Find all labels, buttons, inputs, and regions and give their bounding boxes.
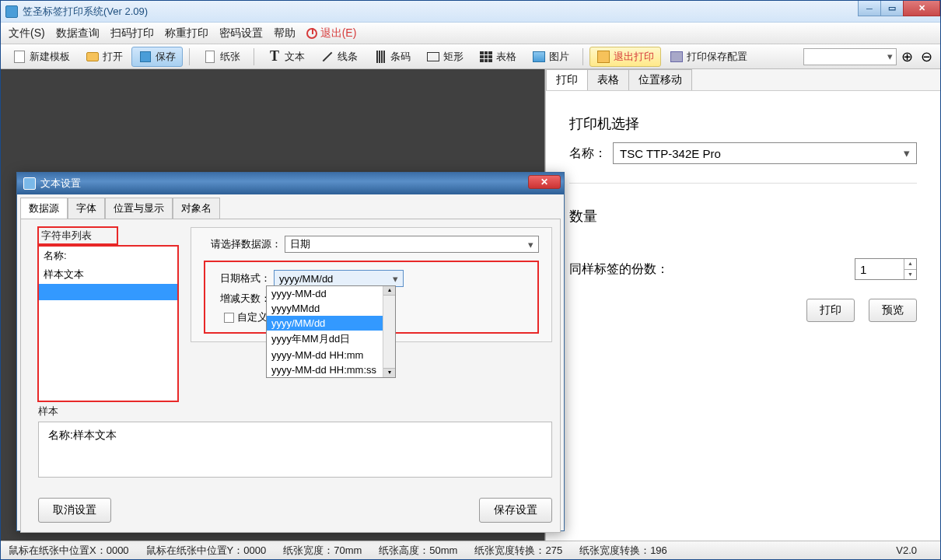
print-button[interactable]: 打印 bbox=[806, 299, 855, 322]
right-panel: 打印 表格 位置移动 打印机选择 名称： TSC TTP-342E Pro 数量… bbox=[545, 69, 940, 541]
new-template-button[interactable]: 新建模板 bbox=[5, 47, 77, 67]
qty-section-title: 数量 bbox=[569, 207, 917, 226]
menu-help[interactable]: 帮助 bbox=[274, 26, 296, 40]
image-icon bbox=[533, 51, 545, 62]
dialog-icon bbox=[23, 177, 36, 190]
tab-move[interactable]: 位置移动 bbox=[628, 69, 692, 90]
option[interactable]: yyyy-MM-dd HH:mm bbox=[267, 348, 395, 362]
menu-weigh[interactable]: 称重打印 bbox=[165, 26, 208, 40]
right-tabs: 打印 表格 位置移动 bbox=[546, 69, 940, 91]
toolbar: 新建模板 打开 保存 纸张 T文本 线条 条码 矩形 表格 图片 退出打印 打印… bbox=[1, 44, 940, 69]
copies-input[interactable]: 1 ▲▼ bbox=[855, 258, 917, 280]
dialog-titlebar: 文本设置 ✕ bbox=[17, 173, 564, 194]
status-mouse-y: 鼠标在纸张中位置Y：0000 bbox=[146, 544, 267, 558]
copies-label: 同样标签的份数： bbox=[569, 261, 669, 278]
save-config-button[interactable]: 打印保存配置 bbox=[663, 47, 754, 67]
dateformat-label: 日期格式： bbox=[213, 271, 271, 285]
text-settings-dialog: 文本设置 ✕ 数据源 字体 位置与显示 对象名 字符串列表 名称: 样本文本 bbox=[16, 172, 565, 531]
spinner[interactable]: ▲▼ bbox=[904, 259, 916, 279]
print-panel-body: 打印机选择 名称： TSC TTP-342E Pro 数量 同样标签的份数： 1… bbox=[546, 91, 940, 345]
status-convert-h: 纸张宽度转换：196 bbox=[579, 544, 667, 558]
custom-checkbox[interactable] bbox=[224, 313, 234, 323]
folder-icon bbox=[86, 52, 99, 61]
image-button[interactable]: 图片 bbox=[525, 47, 576, 67]
save-button[interactable]: 保存 bbox=[131, 47, 183, 67]
barcode-icon bbox=[376, 51, 385, 63]
dialog-close-button[interactable]: ✕ bbox=[528, 175, 561, 189]
highlight-box: 日期格式： yyyy/MM/dd 增减天数： 自定义日 bbox=[204, 261, 539, 334]
close-button[interactable]: ✕ bbox=[903, 1, 940, 16]
menu-exit[interactable]: 退出(E) bbox=[306, 26, 357, 40]
menu-file[interactable]: 文件(S) bbox=[9, 26, 45, 40]
printer-icon bbox=[670, 51, 683, 62]
scrollbar[interactable]: ▴▾ bbox=[383, 286, 395, 377]
window-title: 笠圣标签打印系统(Ver 2.09) bbox=[23, 5, 148, 19]
toolbar-dropdown[interactable] bbox=[803, 48, 897, 65]
menubar: 文件(S) 数据查询 扫码打印 称重打印 密码设置 帮助 退出(E) bbox=[1, 23, 940, 44]
sample-label: 样本 bbox=[38, 404, 552, 418]
preview-button[interactable]: 预览 bbox=[869, 299, 917, 322]
document-icon bbox=[14, 51, 25, 63]
paper-button[interactable]: 纸张 bbox=[196, 47, 247, 67]
power-icon bbox=[306, 28, 317, 39]
tab-datasource[interactable]: 数据源 bbox=[20, 198, 68, 219]
option[interactable]: yyyy-MM-dd bbox=[267, 286, 395, 301]
days-label: 增减天数： bbox=[213, 292, 271, 306]
exit-icon bbox=[597, 51, 610, 63]
printer-section-title: 打印机选择 bbox=[569, 114, 917, 133]
paper-icon bbox=[205, 51, 215, 63]
table-button[interactable]: 表格 bbox=[472, 47, 523, 67]
zoom-in-button[interactable]: ⊕ bbox=[901, 48, 913, 65]
dateformat-dropdown-list[interactable]: yyyy-MM-dd yyyyMMdd yyyy/MM/dd yyyy年MM月d… bbox=[266, 285, 396, 378]
cancel-button[interactable]: 取消设置 bbox=[38, 498, 111, 523]
tab-font[interactable]: 字体 bbox=[68, 198, 105, 219]
list-item-selected[interactable] bbox=[39, 284, 177, 300]
app-icon bbox=[5, 5, 18, 18]
titlebar: 笠圣标签打印系统(Ver 2.09) ─ ▭ ✕ bbox=[1, 1, 940, 23]
barcode-button[interactable]: 条码 bbox=[366, 47, 418, 67]
tab-objectname[interactable]: 对象名 bbox=[173, 198, 220, 219]
text-icon: T bbox=[268, 50, 282, 64]
menu-scan[interactable]: 扫码打印 bbox=[110, 26, 154, 40]
option-selected[interactable]: yyyy/MM/dd bbox=[267, 316, 395, 331]
sample-preview: 名称:样本文本 bbox=[38, 422, 552, 478]
option[interactable]: yyyy年MM月dd日 bbox=[267, 331, 395, 348]
minimize-button[interactable]: ─ bbox=[858, 1, 881, 16]
dialog-tabs: 数据源 字体 位置与显示 对象名 bbox=[17, 194, 564, 219]
text-button[interactable]: T文本 bbox=[261, 47, 312, 67]
save-settings-button[interactable]: 保存设置 bbox=[479, 498, 552, 523]
dateformat-select[interactable]: yyyy/MM/dd bbox=[274, 270, 404, 287]
menu-query[interactable]: 数据查询 bbox=[56, 26, 100, 40]
rect-button[interactable]: 矩形 bbox=[419, 47, 471, 67]
status-width: 纸张宽度：70mm bbox=[283, 544, 362, 558]
statusbar: 鼠标在纸张中位置X：0000 鼠标在纸张中位置Y：0000 纸张宽度：70mm … bbox=[1, 541, 940, 559]
maximize-button[interactable]: ▭ bbox=[880, 1, 904, 16]
rectangle-icon bbox=[427, 52, 439, 61]
string-list-label: 字符串列表 bbox=[38, 227, 117, 244]
tab-position[interactable]: 位置与显示 bbox=[105, 198, 173, 219]
status-convert-w: 纸张宽度转换：275 bbox=[474, 544, 562, 558]
option[interactable]: yyyy-MM-dd HH:mm:ss bbox=[267, 362, 395, 377]
line-button[interactable]: 线条 bbox=[313, 47, 365, 67]
dialog-body: 字符串列表 名称: 样本文本 请选择数据源： 日期 bbox=[20, 219, 561, 533]
printer-select[interactable]: TSC TTP-342E Pro bbox=[613, 142, 917, 164]
menu-password[interactable]: 密码设置 bbox=[219, 26, 263, 40]
string-listbox[interactable]: 名称: 样本文本 bbox=[38, 246, 178, 401]
status-height: 纸张高度：50mm bbox=[379, 544, 457, 558]
tab-print[interactable]: 打印 bbox=[546, 69, 588, 90]
list-item[interactable]: 名称: bbox=[39, 247, 177, 265]
datasource-label: 请选择数据源： bbox=[204, 237, 282, 251]
grid-icon bbox=[480, 51, 492, 62]
list-item[interactable]: 样本文本 bbox=[39, 265, 177, 284]
main-area: 文本设置 ✕ 数据源 字体 位置与显示 对象名 字符串列表 名称: 样本文本 bbox=[1, 69, 940, 541]
tab-table[interactable]: 表格 bbox=[587, 69, 629, 90]
datasource-select[interactable]: 日期 bbox=[285, 236, 539, 253]
exit-print-button[interactable]: 退出打印 bbox=[589, 47, 661, 67]
option[interactable]: yyyyMMdd bbox=[267, 301, 395, 316]
line-icon bbox=[323, 51, 333, 61]
open-button[interactable]: 打开 bbox=[79, 47, 130, 67]
zoom-out-button[interactable]: ⊖ bbox=[921, 48, 932, 65]
save-icon bbox=[140, 51, 151, 62]
canvas-area[interactable]: 文本设置 ✕ 数据源 字体 位置与显示 对象名 字符串列表 名称: 样本文本 bbox=[1, 69, 545, 541]
status-mouse-x: 鼠标在纸张中位置X：0000 bbox=[9, 544, 129, 558]
